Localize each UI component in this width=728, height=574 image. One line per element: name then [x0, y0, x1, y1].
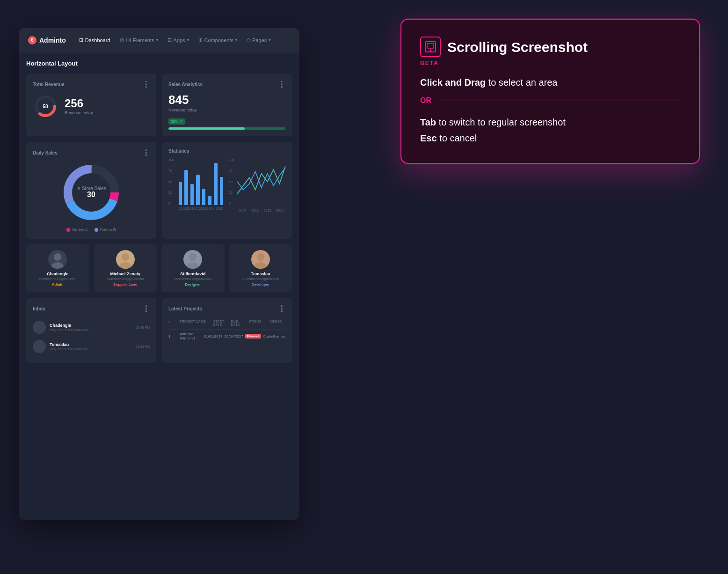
apps-icon: ⊡ [167, 37, 172, 43]
card-title-revenue: Total Revenue ⋮ [33, 80, 150, 89]
status-badge: Released [245, 334, 261, 339]
revenue-dots-menu[interactable]: ⋮ [142, 80, 150, 89]
svg-point-14 [257, 253, 264, 261]
avatar-tomaslau [251, 250, 270, 269]
donut-large: In-Store Sales 30 [33, 162, 150, 223]
overlay-instruction-1: Click and Drag to select an area [420, 76, 680, 89]
header: € Adminto ⊞ Dashboard ◎ UI Elements ▾ ⊡ … [19, 28, 299, 52]
main-nav: ⊞ Dashboard ◎ UI Elements ▾ ⊡ Apps ▾ ⊕ C… [75, 35, 290, 45]
chevron-icon-4: ▾ [269, 38, 270, 42]
inbox-item-1: Chadengle Hey! there I'm available... 13… [33, 318, 150, 337]
bar-4 [196, 175, 200, 205]
logo-icon: € [28, 36, 36, 44]
avatar-chadengle [48, 250, 67, 269]
donut-value: 58 [43, 104, 48, 109]
team-card-3: Stillnotdavid coderthemes@gmail.com Desi… [161, 244, 225, 292]
inbox-info-1: Chadengle Hey! there I'm available... [50, 323, 132, 332]
daily-sales-dots[interactable]: ⋮ [142, 148, 150, 157]
bar-2 [184, 170, 188, 205]
line-chart-axis: 2008 2010 2012 2015 [237, 207, 285, 212]
esc-instruction: Esc to cancel [420, 130, 680, 146]
charts-row: Daily Sales ⋮ In-Store Sales 30 [26, 142, 292, 239]
revenue-label: Revenue today [65, 110, 150, 115]
y-axis-line: 1007550250 [229, 158, 236, 205]
team-role-2: Support Lead [113, 282, 138, 287]
team-name-3: Stillnotdavid [180, 272, 205, 276]
nav-components[interactable]: ⊕ Components ▾ [195, 35, 241, 45]
avatar-stillnotdavid [183, 250, 202, 269]
donut-legend: Series A Series B [33, 228, 150, 232]
inbox-avatar-1 [33, 321, 46, 334]
nav-dashboard[interactable]: ⊞ Dashboard [75, 35, 114, 45]
logo: € Adminto [28, 36, 66, 44]
sales-progress-fill [168, 127, 245, 130]
svg-point-12 [189, 253, 197, 261]
sales-badge: 32% ↗ [168, 118, 185, 125]
team-email-2: coderthemes@gmail.com [107, 277, 144, 280]
svg-point-15 [255, 262, 267, 269]
stats-area: 1007550250 [168, 158, 285, 212]
bar-chart [177, 158, 225, 205]
legend-dot-a [66, 228, 70, 232]
nav-pages[interactable]: ◇ Pages ▾ [243, 35, 274, 45]
y-axis-bar: 1007550250 [168, 158, 176, 205]
daily-sales-card: Daily Sales ⋮ In-Store Sales 30 [26, 142, 156, 239]
svg-point-10 [122, 253, 129, 261]
svg-point-9 [51, 262, 64, 269]
dashboard-window: € Adminto ⊞ Dashboard ◎ UI Elements ▾ ⊡ … [19, 28, 299, 520]
screenshot-icon [420, 37, 441, 57]
team-card-1: Chadengle coderthemes@gmail.com Admin [26, 244, 89, 292]
team-card-4: Tomaslau coderthemes@gmail.com Developer [229, 244, 292, 292]
logo-text: Adminto [39, 37, 66, 44]
inbox-dots-menu[interactable]: ⋮ [142, 304, 150, 313]
team-role-3: Designer [185, 282, 201, 287]
bottom-row: Inbox ⋮ Chadengle Hey! there I'm availab… [26, 298, 292, 363]
sales-label: Revenue today [168, 108, 285, 112]
or-line [437, 101, 680, 101]
team-name-2: Michael Zenaty [110, 272, 140, 276]
projects-dots-menu[interactable]: ⋮ [278, 304, 285, 313]
legend-dot-b [95, 228, 98, 232]
sales-analytics-card: Sales Analytics ⋮ 845 Revenue today 32% … [162, 74, 292, 136]
svg-text:30: 30 [87, 191, 95, 199]
legend-series-b: Series B [95, 228, 116, 232]
projects-title: Latest Projects ⋮ [168, 304, 285, 313]
revenue-number: 256 [65, 98, 150, 109]
pages-icon: ◇ [247, 37, 250, 43]
statistics-card: Statistics 1007550250 [162, 142, 292, 239]
svg-point-11 [119, 262, 131, 269]
bar-1 [179, 182, 182, 205]
or-divider: OR [420, 96, 680, 105]
total-revenue-card: Total Revenue ⋮ 58 256 Revenue today [26, 74, 156, 136]
bar-7 [214, 163, 218, 205]
line-chart-area: 1007550250 2008 2010 2012 [229, 158, 285, 212]
top-cards-row: Total Revenue ⋮ 58 256 Revenue today [26, 74, 292, 136]
team-role-4: Developer [251, 282, 269, 287]
sales-dots-menu[interactable]: ⋮ [278, 80, 285, 89]
team-name-1: Chadengle [47, 272, 68, 276]
nav-apps[interactable]: ⊡ Apps ▾ [164, 35, 193, 45]
components-icon: ⊕ [198, 37, 203, 43]
tab-instruction: Tab to switch to regular screenshot [420, 114, 680, 130]
svg-point-13 [187, 262, 199, 269]
avatar-michael [116, 250, 135, 269]
team-role-1: Admin [52, 282, 64, 287]
or-text: OR [420, 96, 431, 105]
team-card-2: Michael Zenaty coderthemes@gmail.com Sup… [94, 244, 157, 292]
projects-card: Latest Projects ⋮ # Project Name Start D… [162, 298, 292, 363]
team-email-1: coderthemes@gmail.com [39, 277, 76, 280]
table-row: 1 Adminto Admin v1 01/01/2017 26/04/2017… [168, 330, 285, 343]
nav-ui-elements[interactable]: ◎ UI Elements ▾ [116, 35, 162, 45]
svg-rect-17 [427, 44, 434, 48]
team-row: Chadengle coderthemes@gmail.com Admin Mi… [26, 244, 292, 292]
statistics-title: Statistics [168, 148, 285, 154]
team-name-4: Tomaslau [251, 272, 270, 276]
dashboard-icon: ⊞ [79, 37, 83, 43]
bar-5 [202, 189, 206, 205]
revenue-donut: 58 [33, 94, 58, 119]
bar-chart-axis: 2010 2011 2012 2013 2014 2015 [177, 205, 225, 210]
inbox-title: Inbox ⋮ [33, 304, 150, 313]
inbox-avatar-2 [33, 340, 46, 353]
daily-sales-title: Daily Sales ⋮ [33, 148, 150, 157]
overlay-secondary: Tab to switch to regular screenshot Esc … [420, 114, 680, 146]
